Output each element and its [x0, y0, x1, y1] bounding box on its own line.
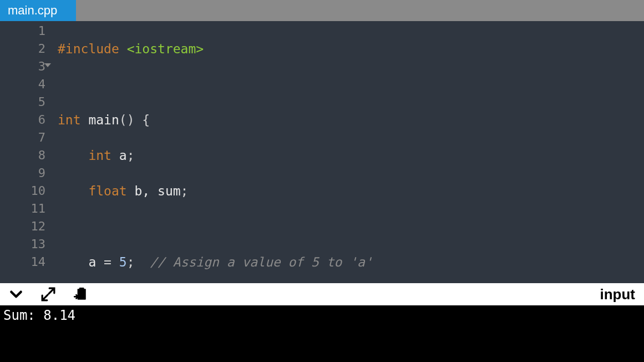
type-keyword: int	[88, 148, 111, 163]
code-editor[interactable]: 1 2 3 4 5 6 7 8 9 10 11 12 13 14 #includ…	[0, 21, 644, 283]
chevron-down-icon[interactable]	[9, 287, 23, 301]
code-area[interactable]: #include <iostream> int main() { int a; …	[54, 21, 644, 283]
type-keyword: float	[88, 184, 126, 198]
code-line	[58, 76, 644, 93]
comment: // Assign a value of 5 to 'a'	[150, 255, 373, 269]
line-number-gutter: 1 2 3 4 5 6 7 8 9 10 11 12 13 14	[0, 21, 50, 283]
paste-icon[interactable]	[73, 287, 88, 301]
line-number: 3	[0, 58, 50, 76]
console-toolbar: input	[0, 283, 644, 305]
output-line: Sum: 8.14	[3, 308, 641, 323]
code-line: a = 5; // Assign a value of 5 to 'a'	[58, 253, 644, 271]
line-number: 9	[0, 164, 50, 182]
code-line	[58, 218, 644, 235]
line-number: 1	[0, 22, 50, 40]
expand-icon[interactable]	[41, 287, 55, 301]
tab-bar: main.cpp	[0, 0, 644, 21]
input-label[interactable]: input	[600, 286, 635, 303]
tab-main-cpp[interactable]: main.cpp	[0, 0, 76, 21]
include-path: <iostream>	[127, 42, 204, 56]
line-number: 5	[0, 93, 50, 111]
parens: () {	[119, 113, 150, 127]
line-number: 13	[0, 235, 50, 253]
number-literal: 5	[119, 255, 127, 269]
line-number: 14	[0, 253, 50, 271]
line-number: 4	[0, 76, 50, 93]
console-icons	[9, 287, 88, 301]
line-number: 11	[0, 200, 50, 218]
line-number: 12	[0, 218, 50, 235]
line-number: 2	[0, 40, 50, 58]
code-line: int main() {	[58, 111, 644, 129]
variables: b, sum	[135, 184, 181, 198]
console-output[interactable]: Sum: 8.14	[0, 305, 644, 362]
fold-marker-icon[interactable]	[44, 63, 51, 67]
svg-rect-0	[78, 289, 86, 300]
line-number: 6	[0, 111, 50, 129]
code-line: int a;	[58, 147, 644, 164]
line-number: 10	[0, 182, 50, 200]
line-number: 7	[0, 129, 50, 147]
code-line: float b, sum;	[58, 182, 644, 200]
line-number: 8	[0, 147, 50, 164]
code-line: #include <iostream>	[58, 40, 644, 58]
variable: a	[119, 148, 127, 163]
function-name: main	[88, 113, 119, 127]
tab-label: main.cpp	[8, 3, 57, 18]
gutter-border	[50, 21, 54, 283]
svg-rect-1	[79, 288, 84, 290]
operator: =	[104, 255, 111, 269]
preproc-keyword: #include	[58, 42, 119, 56]
type-keyword: int	[58, 113, 81, 127]
variable: a	[88, 255, 96, 269]
